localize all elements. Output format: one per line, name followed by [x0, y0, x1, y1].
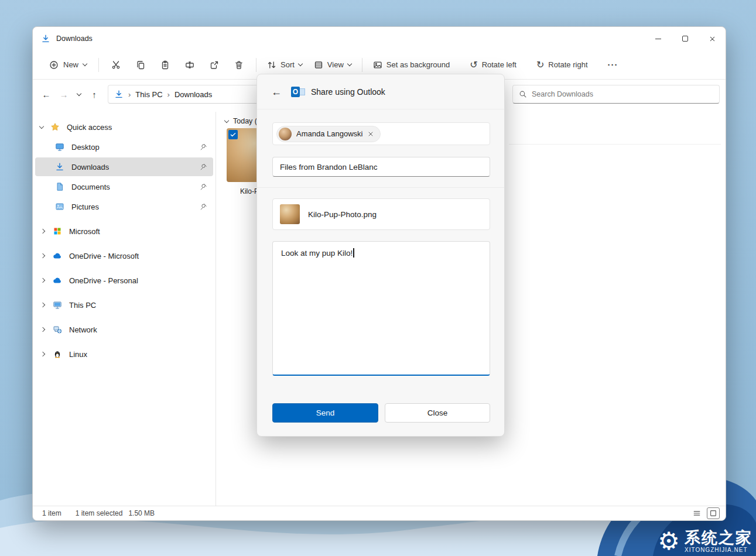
computer-icon	[53, 300, 62, 310]
sidebar-item-pictures[interactable]: Pictures	[35, 197, 213, 216]
close-icon	[367, 131, 374, 138]
window-title: Downloads	[56, 35, 93, 43]
back-arrow-button[interactable]: ←	[271, 87, 282, 97]
recipient-field[interactable]: Amanda Langowski	[272, 122, 490, 145]
paste-icon	[160, 60, 170, 70]
attachment-card[interactable]: Kilo-Pup-Photo.png	[272, 198, 490, 230]
cut-button[interactable]	[104, 55, 128, 75]
rotate-left-icon: ↺	[470, 59, 477, 70]
file-explorer-window: Downloads New Sort View	[32, 26, 726, 521]
chevron-down-icon	[224, 118, 229, 122]
close-icon	[709, 35, 716, 43]
breadcrumb-this-pc[interactable]: This PC	[135, 90, 162, 99]
breadcrumb-separator: ›	[167, 91, 170, 98]
document-icon	[55, 182, 64, 191]
share-icon	[210, 60, 219, 70]
recipient-chip[interactable]: Amanda Langowski	[276, 126, 381, 142]
view-icon	[314, 60, 323, 70]
paste-button[interactable]	[153, 55, 177, 75]
sidebar-item-linux[interactable]: Linux	[35, 345, 213, 363]
penguin-icon	[53, 349, 62, 359]
subject-input[interactable]	[272, 157, 490, 177]
selection-checkbox[interactable]	[228, 130, 238, 139]
cut-icon	[111, 60, 121, 70]
sidebar-item-microsoft[interactable]: Microsoft	[35, 222, 213, 241]
sort-button[interactable]: Sort	[261, 57, 308, 73]
watermark-title: 系统之家	[685, 530, 752, 547]
rotate-left-button[interactable]: ↺ Rotate left	[464, 56, 522, 74]
back-button[interactable]: ←	[37, 85, 55, 103]
sort-label: Sort	[280, 60, 295, 69]
delete-button[interactable]	[227, 55, 251, 75]
chevron-right-icon[interactable]	[40, 352, 45, 356]
chevron-right-icon[interactable]	[40, 253, 45, 258]
view-toggles	[690, 507, 720, 519]
cloud-icon	[53, 276, 62, 285]
sidebar-item-label: This PC	[69, 301, 96, 310]
send-button[interactable]: Send	[272, 403, 378, 423]
minimize-icon	[655, 39, 661, 39]
large-thumbnails-view-button[interactable]	[707, 507, 720, 519]
chevron-right-icon[interactable]	[40, 229, 45, 234]
remove-recipient-button[interactable]	[367, 131, 374, 138]
chevron-right-icon[interactable]	[40, 278, 45, 283]
chevron-down-icon[interactable]	[39, 123, 44, 128]
watermark: ⚙ 系统之家 XITONGZHIJIA.NET	[658, 529, 752, 554]
maximize-button[interactable]	[672, 27, 699, 50]
rotate-right-label: Rotate right	[548, 60, 587, 69]
watermark-subtitle: XITONGZHIJIA.NET	[685, 547, 752, 553]
downloads-icon	[55, 162, 64, 171]
message-text: Look at my pup Kilo!	[281, 249, 353, 258]
trash-icon	[234, 60, 244, 70]
breadcrumb-downloads[interactable]: Downloads	[175, 90, 212, 99]
sidebar-item-label: Documents	[71, 183, 110, 191]
minimize-button[interactable]	[645, 27, 672, 50]
message-body-field[interactable]: Look at my pup Kilo!	[272, 241, 490, 376]
search-input[interactable]	[532, 90, 713, 98]
microsoft-icon	[53, 226, 62, 236]
close-button[interactable]	[699, 27, 726, 50]
sidebar-item-label: Desktop	[71, 143, 100, 152]
chevron-right-icon[interactable]	[40, 327, 45, 332]
close-dialog-button[interactable]: Close	[385, 403, 490, 423]
sidebar-item-label: Microsoft	[69, 227, 100, 236]
view-button[interactable]: View	[308, 57, 357, 73]
sidebar-item-downloads[interactable]: Downloads	[35, 157, 213, 176]
item-count: 1 item	[42, 509, 61, 517]
breadcrumb-separator: ›	[128, 91, 131, 98]
downloads-icon	[41, 34, 50, 43]
more-options-button[interactable]: ···	[601, 56, 625, 73]
sidebar-item-desktop[interactable]: Desktop	[35, 138, 213, 156]
forward-button[interactable]: →	[55, 85, 73, 103]
attachment-name: Kilo-Pup-Photo.png	[308, 210, 377, 219]
copy-button[interactable]	[128, 55, 153, 75]
rename-button[interactable]	[177, 55, 202, 75]
copy-icon	[136, 60, 145, 70]
dialog-divider	[257, 187, 504, 188]
dialog-header: ← O Share using Outlook	[257, 74, 504, 109]
sort-icon	[267, 60, 276, 70]
share-using-outlook-dialog: ← O Share using Outlook Amanda Langowski…	[256, 74, 505, 437]
sidebar-item-label: OneDrive - Personal	[69, 276, 138, 285]
sidebar-item-onedrive-personal[interactable]: OneDrive - Personal	[35, 271, 213, 290]
up-button[interactable]: ↑	[85, 85, 103, 103]
sidebar-item-this-pc[interactable]: This PC	[35, 296, 213, 314]
new-button[interactable]: New	[42, 57, 94, 73]
rotate-right-button[interactable]: ↻ Rotate right	[531, 56, 594, 74]
sidebar-item-documents[interactable]: Documents	[35, 177, 213, 196]
sidebar-item-quick-access[interactable]: Quick access	[35, 118, 213, 136]
details-view-button[interactable]	[690, 507, 703, 519]
chevron-down-icon	[77, 91, 81, 95]
list-view-icon	[693, 509, 701, 517]
network-icon	[53, 325, 62, 334]
recent-locations-button[interactable]	[73, 85, 85, 103]
check-icon	[230, 131, 237, 138]
window-controls	[645, 27, 726, 50]
sidebar-item-network[interactable]: Network	[35, 320, 213, 339]
sidebar-item-label: Downloads	[71, 163, 109, 171]
share-button[interactable]	[202, 55, 227, 75]
search-icon	[519, 90, 527, 98]
chevron-right-icon[interactable]	[40, 303, 45, 307]
set-as-background-button[interactable]: Set as background	[367, 57, 456, 73]
sidebar-item-onedrive-microsoft[interactable]: OneDrive - Microsoft	[35, 246, 213, 265]
